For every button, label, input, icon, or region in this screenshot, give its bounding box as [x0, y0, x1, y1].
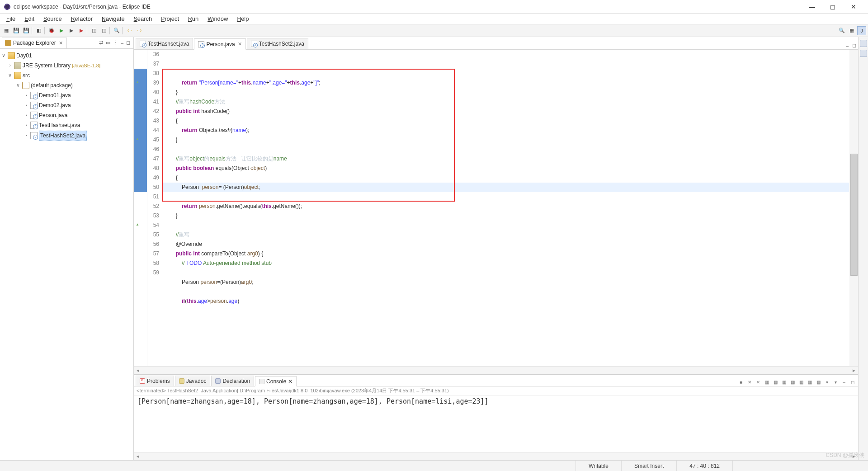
- close-icon[interactable]: ✕: [288, 378, 292, 385]
- status-insert: Smart Insert: [621, 461, 676, 471]
- maximize-button[interactable]: ◻: [826, 3, 840, 10]
- bottom-tab-javadoc[interactable]: Javadoc: [175, 376, 211, 386]
- tree-package[interactable]: v (default package): [1, 80, 132, 90]
- window-controls: — ◻ ✕: [805, 3, 864, 10]
- editor-tab[interactable]: TestHashset.java: [136, 38, 193, 49]
- search-icon[interactable]: 🔍: [112, 26, 121, 35]
- tree-jre[interactable]: › JRE System Library [JavaSE-1.8]: [1, 61, 132, 71]
- menu-navigate[interactable]: Navigate: [98, 14, 128, 23]
- console-toolbar-icon[interactable]: ▦: [815, 379, 822, 386]
- separator: [109, 27, 111, 34]
- tree-file[interactable]: ›Person.java: [1, 110, 132, 120]
- status-empty: [732, 461, 868, 471]
- bottom-tab-console[interactable]: Console✕: [255, 376, 297, 386]
- console-toolbar-icon[interactable]: ✕: [755, 379, 762, 386]
- menu-window[interactable]: Window: [204, 14, 231, 23]
- tree-project[interactable]: v Day01: [1, 51, 132, 61]
- menu-run[interactable]: Run: [184, 14, 202, 23]
- editor-area: TestHashset.javaPerson.java✕TestHashSet2…: [134, 37, 858, 460]
- package-explorer-icon: [5, 40, 11, 46]
- console-toolbar-icon[interactable]: ▦: [763, 379, 770, 386]
- package-explorer-view: Package Explorer ✕ ⇄ ▭ ⋮ – ◻ v Day01 › J…: [0, 37, 134, 460]
- package-explorer-label: Package Explorer: [13, 40, 56, 46]
- watermark: CSDN @摇滚侠: [826, 452, 864, 459]
- console-output[interactable]: [Person[name=zhangsan,age=18], Person[na…: [134, 396, 858, 452]
- console-icon: [259, 379, 264, 384]
- quick-access-icon[interactable]: 🔍: [837, 26, 846, 35]
- menu-edit[interactable]: Edit: [21, 14, 38, 23]
- console-toolbar-icon[interactable]: ✕: [746, 379, 753, 386]
- java-file-icon: [198, 41, 204, 47]
- tree-file[interactable]: ›TestHashSet2.java: [1, 130, 132, 141]
- bottom-tabs: ProblemsJavadocDeclarationConsole✕■✕✕▦▦▦…: [134, 375, 858, 386]
- outline-icon[interactable]: [860, 40, 867, 47]
- console-toolbar-icon[interactable]: –: [840, 379, 848, 386]
- back-icon[interactable]: ⇦: [125, 26, 134, 35]
- console-toolbar-icon[interactable]: ▦: [797, 379, 805, 386]
- close-button[interactable]: ✕: [846, 3, 861, 10]
- forward-icon[interactable]: ⇨: [135, 26, 144, 35]
- src-folder-icon: [14, 72, 21, 79]
- menu-refactor[interactable]: Refactor: [67, 14, 96, 23]
- console-toolbar-icon[interactable]: ▾: [823, 379, 830, 386]
- new-class-icon[interactable]: ◫: [99, 26, 108, 35]
- link-editor-icon[interactable]: ⇄: [98, 39, 104, 46]
- save-all-icon[interactable]: 💾: [22, 26, 31, 35]
- coverage-icon[interactable]: ▶: [67, 26, 76, 35]
- bottom-tab-declaration[interactable]: Declaration: [211, 376, 254, 386]
- console-toolbar-icon[interactable]: ▦: [780, 379, 788, 386]
- console-toolbar-icon[interactable]: ▾: [832, 379, 839, 386]
- ext-tools-icon[interactable]: ▶: [77, 26, 86, 35]
- tree-file[interactable]: ›Demo01.java: [1, 90, 132, 100]
- maximize-view-icon[interactable]: ◻: [125, 39, 132, 46]
- project-tree[interactable]: v Day01 › JRE System Library [JavaSE-1.8…: [0, 49, 133, 143]
- console-toolbar-icon[interactable]: ▦: [806, 379, 813, 386]
- console-toolbar-icon[interactable]: ■: [737, 379, 745, 386]
- bottom-tab-problems[interactable]: Problems: [136, 376, 174, 386]
- separator: [87, 27, 89, 34]
- new-package-icon[interactable]: ◫: [90, 26, 99, 35]
- console-scrollbar[interactable]: ◄►: [134, 452, 858, 460]
- close-icon[interactable]: ✕: [237, 41, 242, 47]
- editor-tab[interactable]: TestHashSet2.java: [247, 38, 308, 49]
- tree-src[interactable]: v src: [1, 71, 132, 80]
- debug-icon[interactable]: 🐞: [47, 26, 56, 35]
- declaration-icon: [215, 378, 221, 384]
- view-menu-icon[interactable]: ⋮: [112, 39, 119, 46]
- tasklist-icon[interactable]: [860, 50, 867, 57]
- run-icon[interactable]: ▶: [57, 26, 66, 35]
- separator: [44, 27, 46, 34]
- tree-file[interactable]: ›TestHashset.java: [1, 120, 132, 130]
- console-toolbar-icon[interactable]: ▦: [772, 379, 779, 386]
- collapse-icon[interactable]: ▭: [104, 39, 112, 46]
- open-type-icon[interactable]: ◧: [34, 26, 43, 35]
- java-file-icon: [30, 122, 38, 129]
- library-icon: [14, 62, 21, 69]
- minimize-view-icon[interactable]: –: [844, 42, 850, 49]
- menu-project[interactable]: Project: [157, 14, 183, 23]
- minimize-view-icon[interactable]: –: [119, 40, 125, 46]
- menu-file[interactable]: File: [3, 14, 19, 23]
- tree-file[interactable]: ›Demo02.java: [1, 100, 132, 110]
- overview-ruler[interactable]: [849, 50, 858, 366]
- menu-help[interactable]: Help: [233, 14, 252, 23]
- code-editor[interactable]: 3637383940414243444546474849505152535455…: [134, 50, 858, 366]
- maximize-view-icon[interactable]: ◻: [850, 42, 858, 49]
- javadoc-icon: [179, 378, 184, 384]
- main-toolbar: ▦ 💾 💾 ◧ 🐞 ▶ ▶ ▶ ◫ ◫ 🔍 ⇦ ⇨ 🔍 ▦ J: [0, 24, 868, 37]
- editor-tab[interactable]: Person.java✕: [194, 38, 245, 50]
- console-toolbar-icon[interactable]: ▦: [789, 379, 796, 386]
- open-perspective-icon[interactable]: ▦: [847, 26, 856, 35]
- new-icon[interactable]: ▦: [2, 26, 11, 35]
- minimize-button[interactable]: —: [805, 3, 819, 10]
- menu-search[interactable]: Search: [130, 14, 156, 23]
- package-explorer-tab[interactable]: Package Explorer ✕: [2, 38, 67, 48]
- save-icon[interactable]: 💾: [12, 26, 21, 35]
- java-file-icon: [251, 41, 257, 47]
- java-perspective-icon[interactable]: J: [857, 26, 866, 35]
- workspace: Package Explorer ✕ ⇄ ▭ ⋮ – ◻ v Day01 › J…: [0, 37, 868, 460]
- close-icon[interactable]: ✕: [58, 40, 64, 46]
- horizontal-scrollbar[interactable]: ◄►: [134, 366, 858, 374]
- console-toolbar-icon[interactable]: ◻: [849, 379, 856, 386]
- menu-source[interactable]: Source: [40, 14, 66, 23]
